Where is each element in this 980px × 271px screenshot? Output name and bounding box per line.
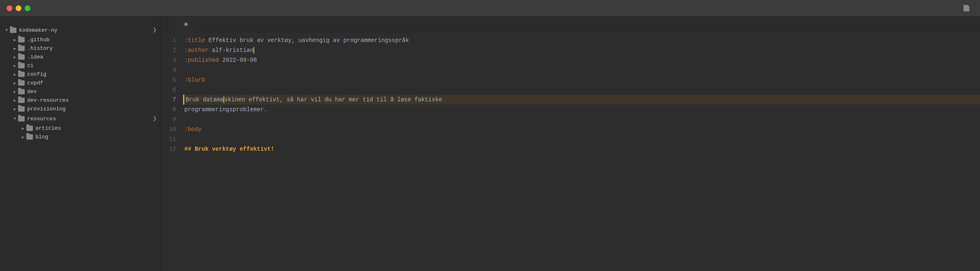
code-lines[interactable]: :title Effektiv bruk av verktøy, uavheng… — [181, 32, 980, 271]
sidebar-header — [0, 16, 160, 25]
sidebar-item-idea[interactable]: ▶.idea — [0, 53, 160, 61]
sidebar-item-articles[interactable]: ▶articles — [0, 124, 160, 133]
code-line-3: :published 2022-09-08 — [184, 55, 980, 65]
folder-label-cvpdf: cvpdf — [27, 80, 160, 86]
line-numbers: 123456789101112 — [160, 32, 181, 271]
folder-icon-ci — [18, 63, 25, 68]
folder-arrow-blog[interactable]: ▶ — [20, 135, 26, 140]
folder-tree: ▼kodemaker-ny❯▶.github▶.history▶.idea▶ci… — [0, 25, 160, 141]
cursor — [253, 47, 254, 54]
folder-label-dev: dev — [27, 89, 160, 95]
sidebar-item-config[interactable]: ▶config — [0, 70, 160, 79]
folder-icon-kodemaker-ny — [10, 28, 16, 33]
green-arrow-kodemaker-ny: ❯ — [153, 26, 157, 34]
folder-arrow-ci[interactable]: ▶ — [12, 63, 18, 68]
folder-arrow-provisioning[interactable]: ▶ — [12, 107, 18, 112]
folder-icon-articles — [26, 126, 33, 131]
sidebar-item-history[interactable]: ▶.history — [0, 44, 160, 53]
titlebar — [0, 0, 980, 16]
sidebar-item-resources[interactable]: ▼resources❯ — [0, 113, 160, 124]
line-number-9: 9 — [167, 114, 176, 124]
code-line-11 — [184, 134, 980, 144]
folder-icon-idea — [18, 54, 25, 60]
main-layout: ▼kodemaker-ny❯▶.github▶.history▶.idea▶ci… — [0, 16, 980, 271]
tab-bar — [160, 16, 980, 32]
folder-icon-github — [18, 37, 25, 42]
sidebar-item-provisioning[interactable]: ▶provisioning — [0, 105, 160, 113]
folder-arrow-articles[interactable]: ▶ — [20, 126, 26, 131]
sidebar: ▼kodemaker-ny❯▶.github▶.history▶.idea▶ci… — [0, 16, 160, 271]
folder-arrow-resources[interactable]: ▼ — [12, 117, 18, 121]
editor-area: 123456789101112 :title Effektiv bruk av … — [160, 16, 980, 271]
tab-nav-buttons — [160, 23, 175, 25]
code-line-5: :blurb — [184, 75, 980, 85]
nav-back-button[interactable] — [164, 23, 167, 25]
close-button[interactable] — [7, 5, 12, 11]
code-line-1: :title Effektiv bruk av verktøy, uavheng… — [184, 35, 980, 45]
folder-label-articles: articles — [35, 125, 160, 131]
folder-label-blog: blog — [35, 134, 160, 140]
code-line-8: programmeringsproblemer. — [184, 105, 980, 114]
code-line-7: Bruk datamaskinen effektivt, så har vil … — [183, 95, 980, 105]
line-number-2: 2 — [167, 45, 176, 55]
sidebar-item-dev-resources[interactable]: ▶dev-resources — [0, 96, 160, 105]
sidebar-item-blog[interactable]: ▶blog — [0, 133, 160, 141]
line-number-12: 12 — [167, 144, 176, 154]
folder-icon-blog — [26, 134, 33, 140]
code-line-2: :author alf-kristian — [184, 45, 980, 55]
line-number-6: 6 — [167, 85, 176, 95]
folder-label-idea: .idea — [27, 54, 160, 60]
folder-arrow-config[interactable]: ▶ — [12, 72, 18, 77]
sidebar-item-github[interactable]: ▶.github — [0, 35, 160, 44]
folder-icon-provisioning — [18, 106, 25, 112]
folder-arrow-cvpdf[interactable]: ▶ — [12, 81, 18, 86]
folder-label-github: .github — [27, 37, 160, 43]
folder-icon-dev-resources — [18, 98, 25, 103]
code-line-9 — [184, 114, 980, 124]
folder-label-config: config — [27, 71, 160, 77]
line-number-1: 1 — [167, 35, 176, 45]
line-number-8: 8 — [167, 105, 176, 114]
folder-arrow-github[interactable]: ▶ — [12, 37, 18, 42]
line-number-7: 7 — [167, 95, 176, 105]
folder-icon-resources — [18, 116, 25, 121]
file-icon — [964, 5, 969, 12]
folder-arrow-kodemaker-ny[interactable]: ▼ — [3, 28, 10, 33]
line-number-3: 3 — [167, 55, 176, 65]
traffic-lights — [7, 5, 30, 11]
line-number-4: 4 — [167, 65, 176, 75]
folder-icon-history — [18, 46, 25, 51]
active-tab[interactable] — [175, 16, 194, 32]
folder-arrow-history[interactable]: ▶ — [12, 46, 18, 51]
line-number-11: 11 — [167, 134, 176, 144]
code-line-6 — [184, 85, 980, 95]
folder-label-history: .history — [27, 45, 160, 51]
minimize-button[interactable] — [16, 5, 21, 11]
sidebar-item-cvpdf[interactable]: ▶cvpdf — [0, 79, 160, 87]
folder-icon-dev — [18, 89, 25, 94]
sidebar-item-dev[interactable]: ▶dev — [0, 87, 160, 96]
code-line-10: :body — [184, 124, 980, 134]
nav-forward-button[interactable] — [169, 23, 172, 25]
tab-dot — [184, 23, 188, 26]
folder-arrow-idea[interactable]: ▶ — [12, 55, 18, 60]
green-arrow-resources: ❯ — [153, 114, 157, 123]
sidebar-item-kodemaker-ny[interactable]: ▼kodemaker-ny❯ — [0, 25, 160, 35]
editor-content[interactable]: 123456789101112 :title Effektiv bruk av … — [160, 32, 980, 271]
folder-label-resources: resources — [27, 116, 153, 122]
maximize-button[interactable] — [25, 5, 30, 11]
folder-label-kodemaker-ny: kodemaker-ny — [19, 27, 153, 33]
folder-label-provisioning: provisioning — [27, 106, 160, 112]
folder-label-ci: ci — [27, 63, 160, 69]
window-title — [964, 5, 972, 12]
line-number-10: 10 — [167, 124, 176, 134]
folder-arrow-dev-resources[interactable]: ▶ — [12, 98, 18, 103]
folder-icon-config — [18, 72, 25, 77]
code-line-4 — [184, 65, 980, 75]
code-line-12: ## Bruk verktøy effektivt! — [184, 144, 980, 154]
sidebar-item-ci[interactable]: ▶ci — [0, 61, 160, 70]
folder-label-dev-resources: dev-resources — [27, 97, 160, 103]
folder-icon-cvpdf — [18, 80, 25, 86]
folder-arrow-dev[interactable]: ▶ — [12, 89, 18, 94]
code-area: 123456789101112 :title Effektiv bruk av … — [160, 32, 980, 271]
